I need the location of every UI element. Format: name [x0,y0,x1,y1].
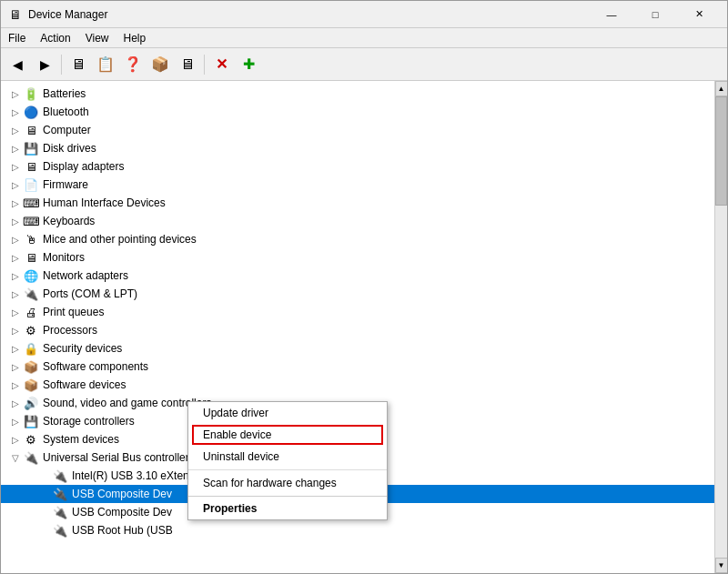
update-driver-button[interactable]: 📋 [93,52,118,77]
tree-item-network[interactable]: ▷ 🌐 Network adapters [1,267,714,285]
tree-item-processors[interactable]: ▷ ⚙ Processors [1,321,714,339]
batteries-label: Batteries [43,87,86,100]
ports-icon: 🔌 [23,286,39,302]
expand-storage[interactable]: ▷ [8,414,23,428]
processors-label: Processors [43,324,97,337]
toolbar-separator-1 [61,55,62,75]
tree-item-computer[interactable]: ▷ 🖥 Computer [1,121,714,139]
back-button[interactable]: ◀ [5,52,30,77]
printqueues-label: Print queues [43,306,104,318]
ports-label: Ports (COM & LPT) [43,287,137,300]
diskdrives-icon: 💾 [23,140,39,156]
device-view-button[interactable]: 📦 [147,52,173,77]
expand-usb-composite2 [37,505,52,519]
tree-item-mice[interactable]: ▷ 🖱 Mice and other pointing devices [1,230,714,248]
expand-softwaredevices[interactable]: ▷ [8,378,23,392]
computer-icon: 🖥 [23,122,39,138]
ctx-update-driver[interactable]: Update driver [188,402,387,424]
expand-hid[interactable]: ▷ [8,196,23,210]
uninstall-button[interactable]: ✕ [208,52,234,77]
expand-keyboards[interactable]: ▷ [8,214,23,228]
scroll-thumb[interactable] [715,96,727,206]
menu-file[interactable]: File [1,30,33,46]
softwarecomponents-icon: 📦 [23,358,39,375]
system-icon: ⚙ [23,431,39,448]
tree-item-batteries[interactable]: ▷ 🔋 Batteries [1,85,714,103]
expand-security[interactable]: ▷ [8,341,23,356]
scroll-down-button[interactable]: ▼ [715,558,728,573]
expand-usb[interactable]: ▽ [8,450,23,465]
mice-label: Mice and other pointing devices [43,233,197,246]
softwaredevices-icon: 📦 [23,377,39,393]
menu-help[interactable]: Help [116,30,154,46]
menu-bar: File Action View Help [1,28,727,48]
diskdrives-label: Disk drives [43,142,96,155]
monitors-icon: 🖥 [23,249,39,266]
expand-network[interactable]: ▷ [8,268,23,283]
tree-item-usb-root[interactable]: 🔌 USB Root Hub (USB [1,521,714,539]
monitors-label: Monitors [43,251,85,264]
expand-firmware[interactable]: ▷ [8,177,23,192]
usb-icon: 🔌 [23,449,39,466]
tree-item-printqueues[interactable]: ▷ 🖨 Print queues [1,303,714,321]
scrollbar[interactable]: ▲ ▼ [714,81,727,573]
tree-item-firmware[interactable]: ▷ 📄 Firmware [1,176,714,194]
scroll-track[interactable] [715,96,727,558]
ctx-enable-device[interactable]: Enable device [188,424,387,446]
help-button[interactable]: ❓ [120,52,146,77]
expand-bluetooth[interactable]: ▷ [8,105,23,119]
context-menu: Update driver Enable device Uninstall de… [187,401,388,520]
ctx-properties[interactable]: Properties [188,496,387,519]
usb-composite-icon: 🔌 [52,486,68,502]
tree-item-hid[interactable]: ▷ ⌨ Human Interface Devices [1,194,714,212]
keyboards-label: Keyboards [43,215,95,227]
expand-computer[interactable]: ▷ [8,123,23,137]
expand-batteries[interactable]: ▷ [8,86,23,101]
usb-label: Universal Serial Bus controllers [43,451,195,464]
expand-processors[interactable]: ▷ [8,323,23,337]
tree-item-display[interactable]: ▷ 🖥 Display adapters [1,157,714,176]
expand-display[interactable]: ▷ [8,159,23,174]
minimize-button[interactable]: — [591,1,632,28]
tree-panel[interactable]: ▷ 🔋 Batteries ▷ 🔵 Bluetooth ▷ 🖥 Computer… [1,81,714,573]
menu-view[interactable]: View [78,30,116,46]
scroll-up-button[interactable]: ▲ [715,81,728,96]
tree-item-keyboards[interactable]: ▷ ⌨ Keyboards [1,212,714,230]
tree-item-softwaredevices[interactable]: ▷ 📦 Software devices [1,376,714,394]
close-button[interactable]: ✕ [678,1,720,28]
device-manager-window: 🖥 Device Manager — □ ✕ File Action View … [0,0,728,574]
batteries-icon: 🔋 [23,86,39,102]
security-icon: 🔒 [23,340,39,357]
expand-printqueues[interactable]: ▷ [8,305,23,319]
expand-ports[interactable]: ▷ [8,287,23,301]
ctx-uninstall-device[interactable]: Uninstall device [188,446,387,468]
expand-softwarecomponents[interactable]: ▷ [8,359,23,374]
toolbar: ◀ ▶ 🖥 📋 ❓ 📦 🖥 ✕ ✚ [1,48,727,81]
ctx-scan-hardware[interactable]: Scan for hardware changes [188,472,387,494]
content-area: ▷ 🔋 Batteries ▷ 🔵 Bluetooth ▷ 🖥 Computer… [1,81,727,573]
tree-item-ports[interactable]: ▷ 🔌 Ports (COM & LPT) [1,285,714,303]
tree-item-diskdrives[interactable]: ▷ 💾 Disk drives [1,139,714,157]
forward-button[interactable]: ▶ [32,52,57,77]
usb-composite2-label: USB Composite Dev [72,506,172,519]
expand-diskdrives[interactable]: ▷ [8,141,23,156]
expand-mice[interactable]: ▷ [8,232,23,247]
expand-system[interactable]: ▷ [8,432,23,447]
tree-item-softwarecomponents[interactable]: ▷ 📦 Software components [1,357,714,376]
expand-sound[interactable]: ▷ [8,396,23,410]
security-label: Security devices [43,342,122,355]
tree-item-security[interactable]: ▷ 🔒 Security devices [1,339,714,357]
menu-action[interactable]: Action [33,30,77,46]
softwaredevices-label: Software devices [43,378,126,391]
properties-button[interactable]: 🖥 [66,52,91,77]
expand-monitors[interactable]: ▷ [8,250,23,265]
toolbar-separator-2 [204,55,205,75]
maximize-button[interactable]: □ [634,1,676,28]
tree-item-monitors[interactable]: ▷ 🖥 Monitors [1,248,714,267]
scan-button[interactable]: ✚ [236,52,261,77]
system-label: System devices [43,433,119,446]
computer-button[interactable]: 🖥 [175,52,200,77]
tree-item-bluetooth[interactable]: ▷ 🔵 Bluetooth [1,103,714,121]
processors-icon: ⚙ [23,322,39,338]
network-label: Network adapters [43,269,128,282]
